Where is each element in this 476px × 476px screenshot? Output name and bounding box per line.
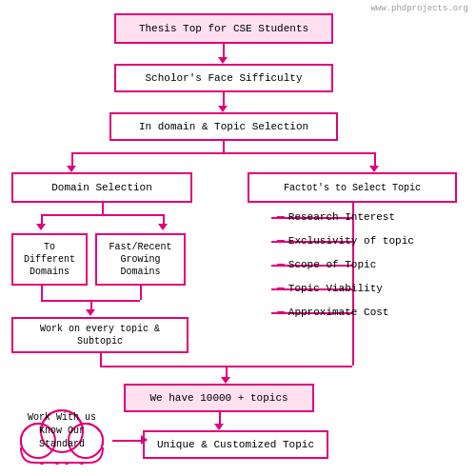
watermark: www.phdprojects.org [370, 4, 468, 13]
bullet-cost: — Approximate Cost [277, 305, 388, 319]
diff-domains-text: To Different Domains [19, 241, 80, 278]
work-every-box: Work on every topic & Subtopic [11, 317, 188, 353]
thesis-box: Thesis Top for CSE Students [114, 13, 333, 44]
work-every-text: Work on every topic & Subtopic [19, 323, 181, 347]
bullet-scope: — Scope of Topic [277, 257, 376, 271]
bullet-exclusivity: — Exclusivity of topic [277, 233, 414, 248]
diff-domains-box: To Different Domains [11, 233, 88, 286]
bullet-viability: — Topic Viability [277, 281, 383, 295]
unique-box: Unique & Customized Topic [143, 430, 328, 459]
factors-box: Factot's to Select Topic [248, 172, 457, 203]
we-have-box: We have 10000 + topics [124, 384, 314, 412]
cloud: Work With us Know Our Standard [10, 398, 114, 465]
fast-growing-text: Fast/Recent Growing Domains [109, 241, 171, 278]
bullet-research: — Research Interest [277, 209, 395, 224]
domain-selection-box: Domain Selection [11, 172, 192, 203]
fast-growing-box: Fast/Recent Growing Domains [95, 233, 186, 286]
cloud-text: Work With us Know Our Standard [19, 411, 105, 451]
domain-topic-box: In domain & Topic Selection [109, 112, 338, 141]
scholar-box: Scholor's Face Sifficulty [114, 64, 333, 92]
